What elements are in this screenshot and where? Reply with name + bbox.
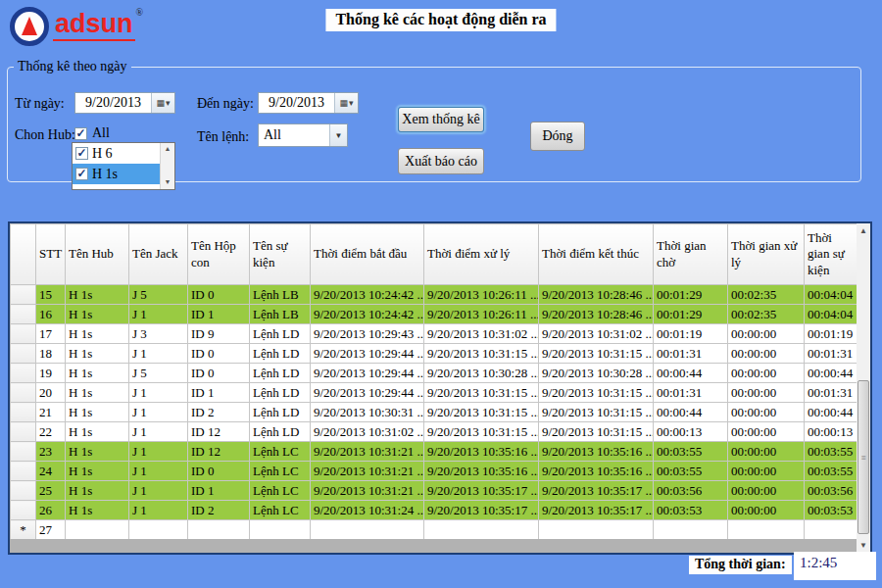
table-cell[interactable]: ID 1 — [188, 383, 250, 403]
table-cell[interactable]: 00:01:19 — [654, 324, 728, 344]
table-cell[interactable]: 00:00:13 — [805, 422, 858, 442]
table-cell[interactable]: Lệnh LD — [250, 344, 311, 364]
table-cell[interactable]: J 1 — [129, 383, 188, 403]
table-cell[interactable]: ID 2 — [188, 403, 250, 422]
table-cell[interactable]: 9/20/2013 10:31:15 ... — [424, 344, 539, 364]
table-cell[interactable]: 9/20/2013 10:31:21 ... — [311, 481, 424, 501]
column-header[interactable]: Thời gian chờ — [654, 224, 728, 285]
table-cell[interactable]: ID 1 — [188, 481, 250, 501]
table-cell[interactable]: 9/20/2013 10:31:02 ... — [424, 324, 539, 344]
table-cell[interactable]: ID 9 — [188, 324, 250, 344]
table-cell[interactable]: ID 0 — [188, 462, 250, 481]
table-cell[interactable]: 9/20/2013 10:31:15 ... — [539, 344, 654, 364]
table-cell[interactable] — [311, 520, 424, 540]
table-cell[interactable]: 25 — [36, 481, 66, 501]
table-cell[interactable]: Lệnh LB — [250, 305, 311, 324]
scrollbar-thumb[interactable]: ≡ — [858, 380, 869, 534]
table-cell[interactable]: 9/20/2013 10:30:31 ... — [311, 403, 424, 422]
table-cell[interactable]: H 1s — [66, 462, 129, 481]
horizontal-scrollbar[interactable] — [10, 539, 857, 553]
table-cell[interactable]: 9/20/2013 10:35:17 ... — [424, 501, 539, 520]
table-cell[interactable]: 9/20/2013 10:26:11 ... — [424, 305, 539, 324]
table-cell[interactable]: 23 — [36, 442, 66, 462]
grid-corner-cell[interactable] — [11, 224, 36, 285]
table-cell[interactable]: Lệnh LC — [250, 501, 311, 520]
column-header[interactable]: Thời điểm xử lý — [424, 224, 539, 285]
table-cell[interactable]: 9/20/2013 10:26:11 ... — [424, 285, 539, 305]
table-cell[interactable]: 00:00:00 — [728, 501, 805, 520]
row-selector[interactable] — [11, 462, 36, 481]
table-cell[interactable]: Lệnh LD — [250, 324, 311, 344]
table-cell[interactable]: H 1s — [66, 344, 129, 364]
to-date-picker[interactable]: 9/20/2013 ▦▾ — [258, 92, 359, 114]
column-header[interactable]: Tên Hub — [66, 224, 129, 285]
table-cell[interactable]: 00:04:04 — [805, 285, 858, 305]
table-row[interactable]: *27 — [11, 520, 858, 540]
table-cell[interactable]: 00:02:35 — [728, 285, 805, 305]
table-cell[interactable]: Lệnh LD — [250, 422, 311, 442]
table-cell[interactable]: ID 1 — [188, 305, 250, 324]
view-stats-button[interactable]: Xem thống kê — [398, 107, 484, 132]
column-header[interactable]: Tên Hộp con — [188, 224, 250, 285]
column-header[interactable]: Tên Jack — [129, 224, 188, 285]
column-header[interactable]: Thời gian xử lý — [728, 224, 805, 285]
table-cell[interactable]: 00:00:13 — [654, 422, 728, 442]
to-date-dropdown-button[interactable]: ▦▾ — [334, 93, 358, 113]
table-cell[interactable]: H 1s — [66, 501, 129, 520]
table-cell[interactable]: 00:03:56 — [654, 481, 728, 501]
row-selector[interactable] — [11, 442, 36, 462]
table-cell[interactable]: H 1s — [66, 305, 129, 324]
hub-list-item[interactable]: H 1s — [73, 164, 160, 184]
table-cell[interactable]: 00:00:44 — [654, 403, 728, 422]
table-cell[interactable]: ID 12 — [188, 422, 250, 442]
column-header[interactable]: Thời điểm bắt đầu — [311, 224, 424, 285]
row-selector[interactable] — [11, 422, 36, 442]
column-header[interactable]: Thời gian sự kiện — [805, 224, 858, 285]
table-cell[interactable]: 9/20/2013 10:29:44 ... — [311, 344, 424, 364]
table-cell[interactable]: 22 — [36, 422, 66, 442]
table-cell[interactable]: Lệnh LB — [250, 285, 311, 305]
table-cell[interactable]: Lệnh LC — [250, 462, 311, 481]
hub-all-checkbox[interactable]: All — [74, 125, 110, 141]
table-cell[interactable]: 9/20/2013 10:29:44 ... — [311, 383, 424, 403]
table-cell[interactable]: Lệnh LD — [250, 383, 311, 403]
table-cell[interactable]: 9/20/2013 10:35:16 ... — [424, 442, 539, 462]
row-selector[interactable] — [11, 285, 36, 305]
table-cell[interactable]: 9/20/2013 10:35:17 ... — [424, 481, 539, 501]
table-cell[interactable]: 9/20/2013 10:31:02 ... — [539, 324, 654, 344]
table-cell[interactable]: 9/20/2013 10:31:15 ... — [424, 422, 539, 442]
table-cell[interactable]: 26 — [36, 501, 66, 520]
table-row[interactable]: 17H 1sJ 3ID 9Lệnh LD9/20/2013 10:29:43 .… — [11, 324, 858, 344]
table-cell[interactable]: 00:01:31 — [654, 383, 728, 403]
table-cell[interactable]: 9/20/2013 10:29:44 ... — [311, 364, 424, 383]
table-cell[interactable]: 00:00:00 — [728, 422, 805, 442]
table-cell[interactable]: 21 — [36, 403, 66, 422]
table-cell[interactable]: 00:00:00 — [728, 324, 805, 344]
row-selector[interactable] — [11, 481, 36, 501]
column-header[interactable]: Tên sự kiện — [250, 224, 311, 285]
table-cell[interactable]: 00:00:00 — [728, 442, 805, 462]
scroll-up-icon[interactable]: ▲ — [857, 223, 870, 238]
table-cell[interactable]: ID 0 — [188, 364, 250, 383]
table-cell[interactable]: Lệnh LD — [250, 403, 311, 422]
table-cell[interactable]: H 1s — [66, 364, 129, 383]
table-cell[interactable]: 00:03:56 — [805, 481, 858, 501]
row-selector[interactable]: * — [11, 520, 36, 540]
table-cell[interactable]: 00:01:29 — [654, 285, 728, 305]
table-cell[interactable]: 19 — [36, 364, 66, 383]
column-header[interactable]: STT — [36, 224, 66, 285]
close-button[interactable]: Đóng — [530, 122, 585, 151]
table-cell[interactable]: J 1 — [129, 462, 188, 481]
hub-checklist[interactable]: H 6H 1s ▲ ▼ — [72, 142, 175, 190]
table-cell[interactable]: H 1s — [66, 383, 129, 403]
table-row[interactable]: 21H 1sJ 1ID 2Lệnh LD9/20/2013 10:30:31 .… — [11, 403, 858, 422]
table-cell[interactable] — [805, 520, 858, 540]
table-cell[interactable]: 00:03:53 — [805, 501, 858, 520]
table-cell[interactable]: 9/20/2013 10:31:21 ... — [311, 442, 424, 462]
total-time-field[interactable]: 1:2:45 — [794, 552, 876, 580]
table-cell[interactable]: 00:03:53 — [654, 501, 728, 520]
table-cell[interactable]: J 1 — [129, 442, 188, 462]
table-cell[interactable]: 00:00:44 — [805, 403, 858, 422]
table-cell[interactable]: 00:03:55 — [654, 442, 728, 462]
table-cell[interactable] — [539, 520, 654, 540]
